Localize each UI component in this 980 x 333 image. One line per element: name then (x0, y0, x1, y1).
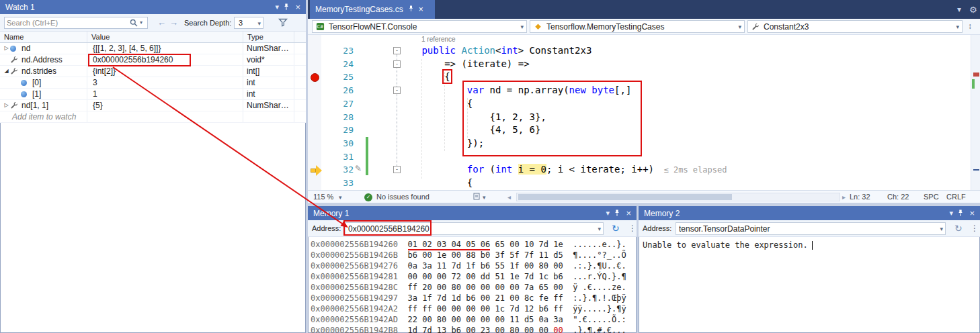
search-options-icon[interactable]: ▾ (140, 19, 142, 26)
codelens-references[interactable]: 1 reference (421, 36, 456, 43)
scrollbar-change-mark (972, 79, 975, 89)
type-dropdown[interactable]: Tensorflow.MemoryTestingCases ▾ (530, 20, 745, 33)
code-line[interactable]: { (376, 70, 450, 84)
window-position-icon[interactable]: ▾ (606, 206, 610, 220)
code-line[interactable]: public Action<int> Constant2x3 (376, 44, 591, 58)
document-health-icon[interactable] (473, 193, 480, 201)
tab-close-icon[interactable]: × (419, 5, 423, 14)
toolbar-overflow-icon[interactable]: ⋮ (628, 224, 637, 233)
search-next-icon[interactable]: → (169, 17, 178, 28)
code-line[interactable]: var nd = np.array(new byte[,] (376, 84, 631, 97)
memory-hex-bytes: ff 20 00 80 00 00 00 00 7a 65 00 (408, 283, 563, 292)
watch-item-name: nd (20, 43, 30, 54)
split-window-icon[interactable]: ↕ (968, 21, 972, 31)
memory1-address-input[interactable] (345, 223, 603, 234)
memory-row[interactable]: 0x000002556B19428C ff 20 00 80 00 00 00 … (311, 282, 626, 293)
watch-row[interactable]: ◢nd.strides{int[2]}int[] (0, 66, 306, 77)
wrench-icon (10, 101, 20, 109)
search-input[interactable] (7, 17, 128, 28)
editor-vertical-scrollbar[interactable] (971, 35, 980, 190)
member-dropdown[interactable]: Constant2x3 ▾ (747, 20, 963, 33)
chevron-down-icon[interactable]: ▾ (940, 226, 943, 232)
document-tab[interactable]: MemoryTestingCases.cs × (310, 0, 435, 19)
memory-row-address: 0x000002556B194276 (311, 261, 408, 271)
window-position-icon[interactable]: ▾ (949, 206, 953, 220)
memory2-address-input[interactable] (676, 223, 945, 234)
watch-row[interactable]: [0]3int (0, 77, 306, 89)
expand-icon[interactable]: ▷ (3, 100, 10, 111)
pin-icon[interactable] (614, 206, 620, 220)
refresh-icon[interactable]: ↻ (954, 224, 963, 233)
search-depth-select[interactable]: 3 ▾ (234, 17, 263, 29)
collapse-icon[interactable]: ◢ (3, 66, 10, 77)
status-eol[interactable]: CRLF (946, 193, 966, 201)
column-header-name[interactable]: Name (0, 32, 87, 42)
column-header-value[interactable]: Value (87, 32, 243, 42)
memory2-toolbar: Address: ▾ ↻ ⋮ (639, 220, 980, 237)
code-line[interactable]: {1, 2, 3}, (376, 111, 546, 124)
status-spaces[interactable]: SPC (924, 193, 939, 201)
memory-row[interactable]: 0x000002556B194260 01 02 03 04 05 06 65 … (311, 239, 626, 250)
memory2-titlebar[interactable]: Memory 2 ▾ × (639, 206, 980, 220)
collapse-region-icon[interactable]: - (393, 60, 401, 68)
add-item-label[interactable]: Add item to watch (3, 111, 76, 122)
gear-icon[interactable]: ⚙ (969, 5, 977, 15)
close-icon[interactable]: × (969, 206, 975, 220)
pin-icon[interactable] (957, 206, 964, 220)
scroll-right-icon[interactable]: ▸ (842, 193, 846, 201)
code-line[interactable]: { (376, 97, 473, 111)
editor-horizontal-scrollbar[interactable] (516, 193, 840, 201)
watch-row[interactable]: [1]1int (0, 89, 306, 100)
type-name: Tensorflow.MemoryTestingCases (546, 22, 664, 32)
memory-row[interactable]: 0x000002556B194276 0a 3a 11 7d 1f b6 55 … (311, 260, 626, 271)
refresh-icon[interactable]: ↻ (612, 224, 620, 233)
memory-row[interactable]: 0x000002556B194297 3a 1f 7d 1d b6 00 21 … (311, 293, 626, 303)
breakpoint-icon[interactable] (311, 73, 319, 82)
memory-row[interactable]: 0x000002556B194281 00 00 00 72 00 dd 51 … (311, 271, 626, 282)
project-dropdown[interactable]: C# TensorFlowNET.Console ▾ (312, 20, 527, 33)
memory-row[interactable]: 0x000002556B1942A2 ff ff 00 00 00 00 1c … (311, 303, 626, 314)
scrollbar-thumb[interactable] (518, 194, 732, 200)
window-position-icon[interactable]: ▾ (275, 0, 279, 14)
search-icon[interactable] (130, 19, 138, 29)
watch-titlebar[interactable]: Watch 1 ▾ × (0, 0, 306, 14)
chevron-down-icon[interactable]: ▾ (598, 226, 601, 232)
memory-row-address: 0x000002556B194260 (311, 240, 408, 249)
tab-list-icon[interactable]: ▾ (957, 5, 961, 14)
watch-column-headers[interactable]: Name Value Type (0, 32, 306, 43)
expand-icon[interactable]: ▷ (3, 43, 10, 54)
watch-row[interactable]: ▷nd[1, 1]{5}NumShar… (0, 100, 306, 111)
code-line[interactable]: for (int i = 0; i < iterate; i++) ≤ 2ms … (376, 163, 727, 177)
code-line[interactable]: {4, 5, 6} (376, 124, 540, 137)
column-header-type[interactable]: Type (243, 32, 294, 42)
filter-icon[interactable] (278, 18, 288, 29)
collapse-region-icon[interactable]: - (393, 87, 401, 94)
watch-item-name: nd[1, 1] (20, 100, 48, 111)
code-area[interactable]: 1 reference 23 public Action<int> Consta… (308, 35, 980, 190)
memory-ascii: ¶....°?_..Õ (563, 250, 626, 260)
code-line[interactable]: { (376, 177, 473, 190)
memory-row[interactable]: 0x000002556B1942AD 22 00 80 00 00 00 00 … (311, 314, 626, 325)
collapse-region-icon[interactable]: - (393, 166, 401, 173)
close-icon[interactable]: × (626, 206, 631, 220)
collapse-region-icon[interactable]: - (393, 47, 401, 54)
memory1-titlebar[interactable]: Memory 1 ▾ × (308, 206, 637, 220)
memory-row[interactable]: 0x000002556B1942B8 1d 7d 13 b6 00 23 00 … (311, 325, 626, 333)
memory2-address-combo[interactable]: ▾ (676, 222, 946, 235)
search-prev-icon[interactable]: ← (157, 17, 166, 28)
watch-add-item[interactable]: Add item to watch (0, 111, 306, 123)
issues-status[interactable]: No issues found (376, 193, 430, 201)
issues-check-icon[interactable]: ✓ (364, 193, 372, 201)
tab-pin-icon[interactable] (408, 5, 414, 15)
watch-row[interactable]: nd.Address0x000002556b194260void* (0, 54, 306, 66)
zoom-control[interactable]: 115 % (313, 193, 333, 201)
toolbar-overflow-icon[interactable]: ⋮ (971, 224, 979, 233)
pin-icon[interactable] (283, 0, 290, 14)
memory-row[interactable]: 0x000002556B19426B b6 00 1e 00 88 b0 3f … (311, 250, 626, 260)
memory-hex-bytes: 1d 7d 13 b6 00 23 00 80 00 00 (408, 326, 554, 333)
scroll-left-icon[interactable]: ◂ (507, 193, 511, 201)
close-icon[interactable]: × (295, 0, 300, 14)
memory1-address-combo[interactable]: ▾ (345, 222, 604, 235)
watch-row[interactable]: ▷nd{[[1, 2, 3], [4, 5, 6]]}NumShar… (0, 43, 306, 54)
code-line[interactable]: }); (376, 137, 484, 150)
